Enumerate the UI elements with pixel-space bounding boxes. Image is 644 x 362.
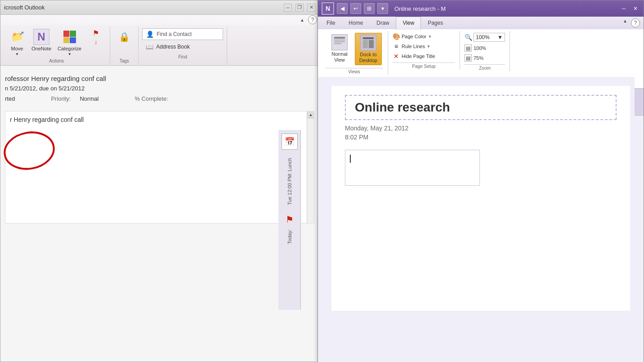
page-tab-1[interactable] — [635, 62, 644, 89]
outlook-titlebar: icrosoft Outlook ─ ❐ ✕ — [0, 0, 319, 15]
onenote-ribbon-tabs: File Home Draw View Pages ▲ ? — [318, 17, 644, 29]
outlook-content: rofessor Henry regarding conf call n 5/2… — [0, 66, 319, 232]
onenote-content-area: Online research Monday, May 21, 2012 8:0… — [318, 77, 644, 362]
outlook-help-btn[interactable]: ? — [308, 15, 317, 24]
page-color-button[interactable]: 🎨 Page Color ▼ — [393, 32, 455, 41]
categorize-button[interactable]: Categorize ▼ — [55, 27, 84, 58]
zoom-select[interactable]: 100% ▼ — [474, 33, 505, 42]
today-label: Today: — [287, 229, 292, 244]
page-setup-group: 🎨 Page Color ▼ ≡ Rule Lines ▼ ✕ Hide Pag… — [388, 31, 460, 70]
task-priority-value: Normal — [80, 95, 98, 102]
tab-home[interactable]: Home — [342, 17, 370, 30]
move-label: Move — [11, 46, 23, 51]
tag-lock-button[interactable]: 🔒 — [114, 27, 134, 46]
categorize-icon — [62, 29, 78, 45]
zoom-magnifier-row: 🔍 100% ▼ — [465, 32, 505, 43]
onenote-close-btn[interactable]: ✕ — [631, 4, 640, 13]
tab-draw[interactable]: Draw — [370, 17, 396, 30]
normal-view-button[interactable]: NormalView — [326, 33, 353, 65]
views-group: NormalView Dock toDesktop Views — [321, 31, 388, 75]
outlook-ribbon-content: 📁 ↗ Move ▼ N OneNote — [0, 25, 319, 65]
scroll-up-btn[interactable]: ▲ — [307, 112, 314, 119]
move-button[interactable]: 📁 ↗ Move ▼ — [7, 27, 27, 58]
page-color-label: Page Color — [402, 34, 426, 39]
move-dropdown: ▼ — [15, 52, 19, 56]
zoom-75-label: 75% — [474, 55, 483, 61]
page-color-icon: 🎨 — [393, 33, 400, 40]
address-book-button[interactable]: 📖 Address Book — [142, 42, 223, 52]
tags-content: 🔒 — [114, 27, 134, 58]
tags-label: Tags — [120, 58, 129, 63]
zoom-100-option[interactable]: ▤ 100% — [465, 44, 505, 53]
page-setup-label: Page Setup — [393, 63, 455, 69]
views-group-label: Views — [325, 68, 383, 74]
find-label: Find — [142, 54, 223, 59]
onenote-more-btn[interactable]: ▾ — [377, 3, 388, 14]
svg-rect-0 — [334, 37, 345, 39]
onenote-undo-btn[interactable]: ↩ — [350, 3, 361, 14]
outlook-ribbon-collapse[interactable]: ▲ — [298, 16, 306, 24]
address-book-label: Address Book — [156, 44, 190, 50]
dock-to-desktop-label: Dock toDesktop — [359, 52, 377, 63]
outlook-minimize-btn[interactable]: ─ — [284, 4, 292, 12]
text-cursor — [350, 155, 351, 163]
task-status: rted — [5, 95, 15, 102]
tab-view[interactable]: View — [396, 17, 421, 30]
page-tab-2[interactable] — [635, 89, 644, 116]
page-setup-buttons: 🎨 Page Color ▼ ≡ Rule Lines ▼ ✕ Hide Pag… — [393, 32, 455, 61]
task-fields: rted Priority: Normal % Complete: — [5, 95, 314, 102]
calendar-sidebar: 📅 Tue 12:00 PM: Lunch ⚑ Today: — [278, 130, 301, 310]
onenote-page: Online research Monday, May 21, 2012 8:0… — [331, 86, 630, 311]
zoom-search-icon: 🔍 — [465, 34, 472, 41]
zoom-options: 🔍 100% ▼ ▤ 100% ▤ 75% — [465, 32, 505, 63]
task-scrollbar[interactable]: ▲ — [307, 112, 314, 223]
onenote-titlebar: N ◀ ↩ ⊞ ▾ Online research - M ─ ✕ — [318, 0, 644, 17]
views-buttons: NormalView Dock toDesktop — [325, 32, 383, 66]
tab-pages[interactable]: Pages — [421, 17, 450, 30]
task-body-area: ▲ r Henry regarding conf call — [5, 111, 314, 223]
move-icon: 📁 ↗ — [9, 29, 25, 45]
page-date: Monday, May 21, 2012 — [345, 125, 617, 132]
page-title: Online research — [355, 100, 607, 115]
tags-group: 🔒 Tags — [110, 27, 139, 64]
lock-icon: 🔒 — [116, 29, 132, 45]
actions-buttons: 📁 ↗ Move ▼ N OneNote — [7, 27, 106, 58]
rule-lines-button[interactable]: ≡ Rule Lines ▼ — [393, 42, 455, 51]
onenote-window: N ◀ ↩ ⊞ ▾ Online research - M ─ ✕ File H… — [318, 0, 644, 362]
onenote-help-btn[interactable]: ? — [631, 18, 640, 27]
dock-to-desktop-button[interactable]: Dock toDesktop — [355, 33, 382, 65]
hide-title-icon: ✕ — [393, 53, 400, 60]
categorize-dropdown: ▼ — [68, 52, 72, 56]
task-date: n 5/21/2012, due on 5/21/2012 — [5, 85, 314, 92]
onenote-ribbon-collapse[interactable]: ▲ — [621, 17, 629, 25]
calendar-icon[interactable]: 📅 — [282, 134, 298, 150]
onenote-minimize-btn[interactable]: ─ — [619, 4, 628, 13]
onenote-logo-text: N — [326, 5, 330, 12]
task-complete-label: % Complete: — [134, 95, 168, 102]
flag-button[interactable]: ⚑ ↓ — [85, 27, 106, 46]
normal-view-icon — [331, 34, 348, 50]
onenote-back-btn[interactable]: ◀ — [337, 3, 348, 14]
page-time: 8:02 PM — [345, 134, 617, 141]
outlook-close-btn[interactable]: ✕ — [307, 4, 315, 12]
outlook-title: icrosoft Outlook — [4, 4, 280, 11]
zoom-75-option[interactable]: ▤ 75% — [465, 54, 505, 63]
tab-file[interactable]: File — [320, 17, 342, 30]
onenote-view-toggle-btn[interactable]: ⊞ — [364, 3, 375, 14]
zoom-100-icon: ▤ — [465, 45, 472, 52]
page-content-box[interactable] — [345, 150, 480, 186]
find-contact-button[interactable]: 👤 Find a Contact — [142, 28, 223, 40]
hide-page-title-button[interactable]: ✕ Hide Page Title — [393, 52, 455, 61]
svg-rect-5 — [363, 40, 368, 48]
outlook-restore-btn[interactable]: ❐ — [295, 4, 304, 12]
outlook-ribbon-upper: ▲ ? — [0, 15, 319, 25]
onenote-button[interactable]: N OneNote — [29, 27, 54, 53]
zoom-dropdown-arrow: ▼ — [497, 34, 503, 40]
page-color-dropdown: ▼ — [428, 35, 432, 39]
outlook-ribbon: ▲ ? 📁 ↗ Move ▼ — [0, 15, 319, 66]
task-priority-label: Priority: — [51, 95, 71, 102]
find-group: 👤 Find a Contact 📖 Address Book Find — [139, 27, 227, 64]
outlook-window: icrosoft Outlook ─ ❐ ✕ ▲ ? 📁 ↗ Move — [0, 0, 319, 362]
dock-icon — [360, 35, 376, 51]
outlook-actions-group: 📁 ↗ Move ▼ N OneNote — [3, 27, 110, 64]
